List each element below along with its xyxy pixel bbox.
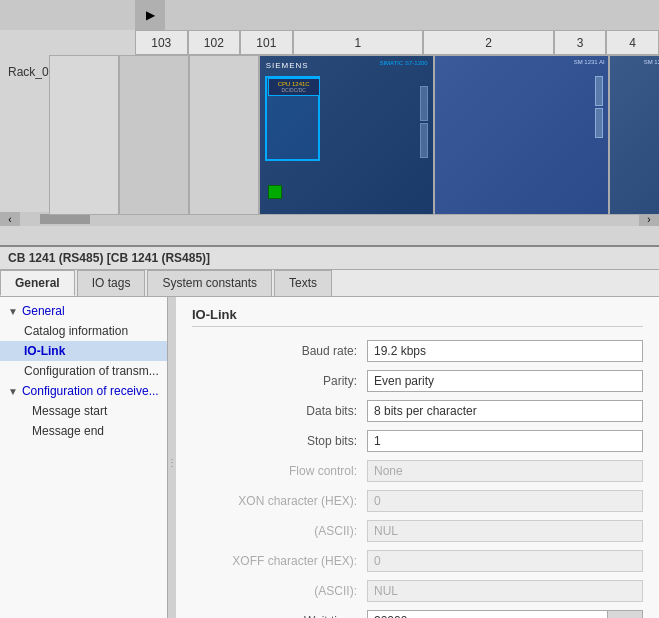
xon-ascii-label: (ASCII): bbox=[192, 524, 367, 538]
resize-handle[interactable]: ⋮ bbox=[168, 297, 176, 618]
panel-title: CB 1241 (RS485) [CB 1241 (RS485)] bbox=[0, 247, 659, 270]
xon-hex-label: XON character (HEX): bbox=[192, 494, 367, 508]
nav-recv-label: Configuration of receive... bbox=[22, 384, 159, 398]
nav-message-end[interactable]: Message end bbox=[0, 421, 167, 441]
arrow-recv: ▼ bbox=[8, 386, 18, 397]
bottom-panel: CB 1241 (RS485) [CB 1241 (RS485)] Genera… bbox=[0, 245, 659, 618]
rack-cell-103 bbox=[49, 55, 119, 215]
nav-section-recv[interactable]: ▼ Configuration of receive... bbox=[0, 381, 167, 401]
xon-hex-value: 0 bbox=[367, 490, 643, 512]
xon-hex-row: XON character (HEX): 0 bbox=[192, 489, 643, 513]
xoff-ascii-value: NUL bbox=[367, 580, 643, 602]
wait-time-value[interactable]: 20000 bbox=[367, 610, 608, 618]
tab-texts[interactable]: Texts bbox=[274, 270, 332, 296]
tab-general[interactable]: General bbox=[0, 270, 75, 296]
xoff-ascii-row: (ASCII): NUL bbox=[192, 579, 643, 603]
left-nav: ▼ General Catalog information IO-Link Co… bbox=[0, 297, 168, 618]
flow-control-value: None bbox=[367, 460, 643, 482]
nav-iolink[interactable]: IO-Link bbox=[0, 341, 167, 361]
nav-message-start[interactable]: Message start bbox=[0, 401, 167, 421]
xon-ascii-row: (ASCII): NUL bbox=[192, 519, 643, 543]
parity-value[interactable]: Even parity bbox=[367, 370, 643, 392]
rack-cells: SIEMENS SIMATIC S7-1200 CPU 1241C DC/DC/… bbox=[49, 55, 659, 210]
rack-col-102[interactable]: 102 bbox=[188, 30, 241, 55]
iolink-section-title: IO-Link bbox=[192, 307, 643, 327]
nav-catalog-info[interactable]: Catalog information bbox=[0, 321, 167, 341]
xoff-hex-label: XOFF character (HEX): bbox=[192, 554, 367, 568]
parity-row: Parity: Even parity bbox=[192, 369, 643, 393]
panel-body: ▼ General Catalog information IO-Link Co… bbox=[0, 297, 659, 618]
data-bits-row: Data bits: 8 bits per character bbox=[192, 399, 643, 423]
nav-config-transm[interactable]: Configuration of transm... bbox=[0, 361, 167, 381]
scrollbar-thumb[interactable] bbox=[40, 214, 90, 224]
nav-general-label: General bbox=[22, 304, 65, 318]
rack-cell-1[interactable]: SIEMENS SIMATIC S7-1200 CPU 1241C DC/DC/… bbox=[259, 55, 434, 215]
wait-time-field: 20000 ms bbox=[367, 610, 643, 618]
tab-iotags[interactable]: IO tags bbox=[77, 270, 146, 296]
stop-bits-row: Stop bits: 1 bbox=[192, 429, 643, 453]
baud-rate-label: Baud rate: bbox=[192, 344, 367, 358]
xoff-hex-value: 0 bbox=[367, 550, 643, 572]
xoff-hex-row: XOFF character (HEX): 0 bbox=[192, 549, 643, 573]
module-green-indicator bbox=[268, 185, 282, 199]
wait-time-label: Wait time: bbox=[192, 614, 367, 618]
rack-cell-102 bbox=[119, 55, 189, 215]
rack-cell-3: SM 1231 AI bbox=[609, 55, 659, 215]
rack-col-3[interactable]: 3 bbox=[554, 30, 607, 55]
wait-time-unit: ms bbox=[608, 610, 643, 618]
xon-ascii-value: NUL bbox=[367, 520, 643, 542]
right-content: IO-Link Baud rate: 19.2 kbps Parity: Eve… bbox=[176, 297, 659, 618]
tab-sysconstants[interactable]: System constants bbox=[147, 270, 272, 296]
baud-rate-row: Baud rate: 19.2 kbps bbox=[192, 339, 643, 363]
stop-bits-label: Stop bits: bbox=[192, 434, 367, 448]
wait-time-row: Wait time: 20000 ms bbox=[192, 609, 643, 618]
rack-cell-101 bbox=[189, 55, 259, 215]
flow-control-row: Flow control: None bbox=[192, 459, 643, 483]
baud-rate-value[interactable]: 19.2 kbps bbox=[367, 340, 643, 362]
rack-col-103[interactable]: 103 bbox=[135, 30, 188, 55]
rack-col-headers: 103 102 101 1 2 3 4 bbox=[135, 30, 659, 55]
rack-label: Rack_0 bbox=[0, 65, 49, 79]
xoff-ascii-label: (ASCII): bbox=[192, 584, 367, 598]
data-bits-value[interactable]: 8 bits per character bbox=[367, 400, 643, 422]
tabs-bar: General IO tags System constants Texts bbox=[0, 270, 659, 297]
rack-nav-arrow[interactable]: ▶ bbox=[135, 0, 165, 30]
stop-bits-value[interactable]: 1 bbox=[367, 430, 643, 452]
flow-control-label: Flow control: bbox=[192, 464, 367, 478]
rack-col-2[interactable]: 2 bbox=[423, 30, 554, 55]
rack-cell-2[interactable]: SM 1231 AI bbox=[434, 55, 609, 215]
rack-col-4[interactable]: 4 bbox=[606, 30, 659, 55]
rack-col-1[interactable]: 1 bbox=[293, 30, 424, 55]
nav-section-general[interactable]: ▼ General bbox=[0, 301, 167, 321]
rack-area: ▶ 103 102 101 1 2 3 4 Rack_0 SIEMENS S bbox=[0, 0, 659, 245]
parity-label: Parity: bbox=[192, 374, 367, 388]
rack-header: ▶ bbox=[0, 0, 659, 30]
data-bits-label: Data bits: bbox=[192, 404, 367, 418]
rack-col-101[interactable]: 101 bbox=[240, 30, 293, 55]
arrow-general: ▼ bbox=[8, 306, 18, 317]
